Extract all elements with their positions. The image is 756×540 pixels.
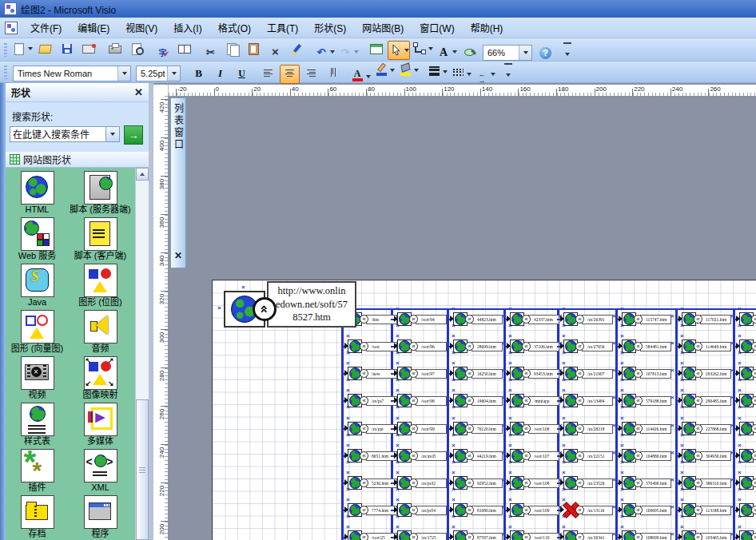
stencil-item-java[interactable]: SJava bbox=[6, 264, 69, 308]
web-page-shape[interactable]: ××«/sort× bbox=[346, 339, 397, 355]
fill-color-button[interactable] bbox=[397, 61, 420, 80]
line-weight-button[interactable] bbox=[426, 62, 448, 81]
web-page-shape[interactable]: ××«/zs/axd5× bbox=[396, 448, 447, 464]
collapse-button[interactable]: « bbox=[575, 451, 584, 460]
web-page-shape[interactable]: ××«3× bbox=[738, 366, 756, 382]
collapse-button[interactable]: « bbox=[522, 342, 531, 351]
line-ends-button[interactable]: ←→ bbox=[474, 65, 496, 84]
stencil-scrollbar[interactable] bbox=[135, 168, 149, 540]
drawing-canvas[interactable]: 列表窗口 ✕ ××«/hits×××«/sort×××«/new×××«/zs/… bbox=[168, 96, 756, 540]
collapse-button[interactable]: « bbox=[694, 506, 702, 514]
menu-item[interactable]: 插入(I) bbox=[165, 20, 209, 38]
stencil-item-program[interactable]: 程序 bbox=[69, 495, 132, 540]
web-page-shape[interactable]: ××«3× bbox=[738, 530, 756, 540]
web-page-shape[interactable]: ××«2× bbox=[738, 421, 756, 437]
collapse-button[interactable]: « bbox=[360, 424, 368, 433]
menu-item[interactable]: 格式(O) bbox=[210, 20, 259, 38]
stencil-item-globe[interactable]: HTML bbox=[6, 171, 69, 216]
web-page-shape[interactable]: ××«4× bbox=[738, 475, 756, 491]
web-page-shape[interactable]: ××«8651.htm× bbox=[346, 448, 397, 464]
collapse-button[interactable]: « bbox=[360, 506, 368, 514]
web-page-shape[interactable]: ××«/zs/26341× bbox=[562, 530, 613, 540]
web-page-shape[interactable]: ××«/zs/ppt× bbox=[346, 421, 397, 437]
web-page-shape[interactable]: ××«/zs/21907× bbox=[562, 366, 613, 382]
chevron-down-icon[interactable] bbox=[167, 66, 180, 81]
web-page-shape[interactable]: ××«/sort/96× bbox=[396, 339, 447, 355]
collapse-button[interactable]: « bbox=[360, 533, 368, 540]
collapse-button[interactable]: « bbox=[465, 315, 474, 324]
web-page-shape[interactable]: ××«/sort/94× bbox=[396, 312, 447, 328]
menu-item[interactable]: 网站图(B) bbox=[354, 20, 412, 38]
collapse-button[interactable]: « bbox=[360, 396, 368, 405]
collapse-button[interactable]: « bbox=[465, 451, 474, 460]
collapse-button[interactable]: « bbox=[694, 396, 702, 405]
format-painter-button[interactable] bbox=[287, 39, 307, 58]
chevron-down-icon[interactable] bbox=[519, 46, 531, 60]
collapse-button[interactable]: « bbox=[575, 369, 584, 378]
web-page-shape[interactable]: ××«114640.htm× bbox=[680, 339, 731, 355]
collapse-button[interactable]: « bbox=[751, 451, 756, 460]
web-page-shape[interactable]: ××«81080.htm× bbox=[452, 502, 503, 518]
web-page-shape[interactable]: ××«/new× bbox=[346, 366, 397, 382]
toolbar-grip[interactable] bbox=[4, 66, 7, 79]
stencil-item-script-server[interactable]: 脚本 (服务器端) bbox=[69, 171, 132, 216]
toolbar-options-button[interactable] bbox=[557, 37, 577, 56]
toolbar-options-button[interactable] bbox=[498, 58, 518, 77]
collapse-button[interactable]: « bbox=[522, 533, 531, 540]
web-page-shape[interactable]: ××«/sort/107× bbox=[508, 448, 559, 464]
drawing-explorer-button[interactable] bbox=[366, 39, 386, 58]
help-button[interactable]: ? bbox=[535, 43, 555, 62]
collapse-button[interactable]: « bbox=[634, 369, 643, 378]
web-page-shape[interactable]: ××«/sort/110× bbox=[508, 530, 559, 540]
web-page-shape[interactable]: ××«114426.htm× bbox=[620, 421, 671, 437]
line-color-button[interactable] bbox=[373, 61, 396, 80]
collapse-button[interactable]: « bbox=[465, 396, 474, 405]
web-page-shape[interactable]: ××«16250.htm× bbox=[452, 366, 503, 382]
collapse-button[interactable]: « bbox=[360, 451, 368, 460]
web-page-shape[interactable]: ××«44823.htm× bbox=[452, 312, 503, 328]
web-page-shape[interactable]: ××«103465.htm× bbox=[680, 530, 731, 540]
collapse-button[interactable]: « bbox=[751, 533, 756, 540]
align-left-button[interactable] bbox=[258, 65, 278, 84]
web-page-shape[interactable]: ××«/zs/28218× bbox=[562, 421, 613, 437]
close-icon[interactable]: ✕ bbox=[174, 250, 182, 261]
web-page-shape[interactable]: ××«108699.htm× bbox=[620, 530, 671, 540]
new-document-button[interactable] bbox=[11, 39, 34, 58]
stencil-item-archive[interactable]: 存档 bbox=[6, 495, 69, 540]
web-page-shape[interactable]: ××«/sort/108× bbox=[508, 475, 559, 491]
scroll-up-button[interactable] bbox=[136, 168, 149, 181]
collapse-button[interactable]: « bbox=[634, 478, 643, 487]
document-icon[interactable] bbox=[5, 22, 18, 34]
web-page-shape[interactable]: ××«107813.htm× bbox=[620, 366, 671, 382]
web-page-shape[interactable]: ××«/zs/23526× bbox=[562, 475, 613, 491]
collapse-button[interactable]: « bbox=[751, 506, 756, 514]
web-page-shape[interactable]: ××«/sort/106× bbox=[508, 421, 559, 437]
text-direction-button[interactable] bbox=[323, 65, 343, 84]
web-page-shape[interactable]: ××«87597.htm× bbox=[452, 530, 503, 540]
web-page-shape[interactable]: ××«293262.htm× bbox=[680, 366, 731, 382]
save-button[interactable] bbox=[57, 39, 77, 58]
collapse-button[interactable]: « bbox=[634, 342, 643, 351]
collapse-button[interactable]: « bbox=[465, 369, 474, 378]
search-go-button[interactable]: → bbox=[124, 125, 143, 145]
collapse-button[interactable]: « bbox=[634, 506, 643, 514]
collapse-button[interactable]: « bbox=[751, 315, 756, 324]
stencil-item-xml[interactable]: <>XML bbox=[69, 449, 132, 494]
web-page-shape[interactable]: ××«104886.htm× bbox=[620, 448, 671, 464]
paste-button[interactable] bbox=[244, 39, 264, 58]
web-page-shape[interactable]: ××«37106.htm× bbox=[508, 339, 559, 355]
bold-button[interactable]: B bbox=[189, 64, 209, 83]
web-page-shape[interactable]: ××«/zs/ps54× bbox=[396, 502, 447, 518]
web-page-shape[interactable]: ××«19604.htm× bbox=[452, 393, 503, 409]
collapse-button[interactable]: « bbox=[409, 396, 418, 405]
collapse-button[interactable]: « bbox=[360, 478, 368, 487]
menu-item[interactable]: 形状(S) bbox=[306, 20, 354, 38]
collapse-button[interactable]: « bbox=[522, 396, 531, 405]
collapse-button[interactable]: « bbox=[522, 424, 531, 433]
web-page-shape[interactable]: ××«/sort/98× bbox=[396, 393, 447, 409]
collapse-button[interactable]: « bbox=[465, 533, 474, 540]
collapse-button[interactable]: « bbox=[575, 506, 584, 514]
web-page-shape[interactable]: ××«/sort/25× bbox=[346, 530, 397, 540]
font-name-select[interactable]: Times New Roman bbox=[13, 66, 131, 81]
web-page-shape[interactable]: ××«/sort/109× bbox=[508, 502, 559, 518]
